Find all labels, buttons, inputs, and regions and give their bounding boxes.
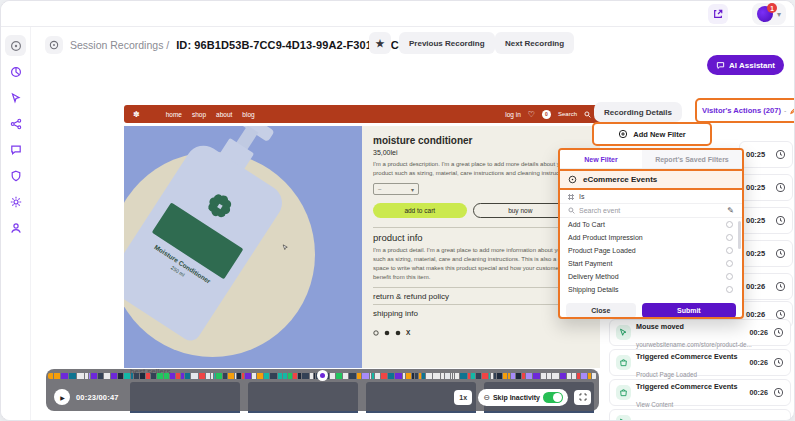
clock-icon[interactable] — [773, 387, 784, 398]
event-option[interactable]: Product Page Loaded — [560, 244, 742, 257]
section-return-policy[interactable]: return & refund policy + — [373, 288, 589, 304]
action-title: Triggered eCommerce Events — [636, 382, 737, 391]
shopping-bag-icon — [616, 385, 631, 400]
ai-assistant-label: AI Assistant — [729, 61, 775, 70]
sidebar-item-dashboard[interactable] — [5, 61, 26, 82]
radio-unchecked[interactable] — [726, 234, 733, 241]
play-pause-button[interactable]: ▶ — [54, 389, 70, 405]
event-option-label: Add Product Impression — [568, 234, 643, 241]
nav-link-shop: shop — [192, 111, 206, 118]
action-title: Triggered eCommerce Events — [636, 352, 737, 361]
event-option[interactable]: Delivery Method — [560, 270, 742, 283]
share-button[interactable] — [708, 4, 728, 24]
action-row-stub[interactable]: 00:25 — [739, 240, 793, 267]
skip-inactivity-label: Skip Inactivity — [493, 394, 540, 401]
sidebar-item-settings[interactable] — [5, 191, 26, 212]
cursor-icon — [616, 325, 631, 340]
action-row-mouse-moved[interactable]: Mouse movedyourwebsitename.com/store/pro… — [609, 319, 791, 346]
playhead-handle[interactable] — [317, 370, 328, 381]
sidebar-item-recordings[interactable] — [5, 35, 26, 56]
pencil-icon[interactable]: ✎ — [727, 206, 734, 215]
operator-label: Is — [579, 193, 584, 200]
add-to-cart-button[interactable]: add to cart — [373, 203, 467, 218]
action-time: 00:25 — [746, 183, 765, 192]
top-bar: 1 ▾ — [1, 1, 794, 27]
sidebar-item-profile[interactable] — [5, 217, 26, 238]
clock-icon[interactable] — [775, 215, 786, 226]
event-option[interactable]: Add To Cart — [560, 218, 742, 231]
action-time: 00:25 — [746, 150, 765, 159]
sidebar-item-events[interactable] — [5, 139, 26, 160]
tab-new-filter[interactable]: New Filter — [560, 150, 642, 168]
event-option[interactable]: Shipping Details — [560, 283, 742, 296]
clock-icon[interactable] — [775, 182, 786, 193]
tab-saved-filters[interactable]: Report's Saved Filters — [642, 150, 742, 168]
action-row-stub[interactable]: 00:25 — [739, 174, 793, 201]
playback-speed-button[interactable]: 1x — [454, 390, 472, 405]
shield-icon — [10, 170, 22, 182]
back-icon[interactable] — [45, 36, 63, 54]
add-new-filter-button[interactable]: Add New Filter — [592, 122, 712, 146]
action-row-stub[interactable]: 00:25 — [739, 141, 793, 168]
event-option[interactable]: Agree To Terms — [560, 296, 742, 299]
close-button[interactable]: Close — [566, 303, 636, 318]
previous-recording-button[interactable]: Previous Recording — [399, 32, 495, 54]
drag-handle-icon — [568, 194, 574, 200]
clock-icon[interactable] — [775, 149, 786, 160]
clock-icon[interactable] — [775, 281, 786, 292]
replay-viewport: ✽ home shop about blog log in ♡ 0 Search — [121, 101, 603, 413]
social-icon-x: X — [406, 329, 410, 336]
next-recording-button[interactable]: Next Recording — [495, 32, 574, 54]
favorite-button[interactable]: ★ — [369, 32, 391, 54]
action-row-ecommerce-event[interactable]: Triggered eCommerce EventsView Content 0… — [609, 379, 791, 406]
action-row-ecommerce-event[interactable]: Triggered eCommerce EventsProduct Page L… — [609, 349, 791, 376]
account-menu[interactable]: 1 ▾ — [752, 3, 786, 25]
scrollbar[interactable] — [738, 221, 741, 249]
heatmap-cursor-icon — [10, 92, 22, 104]
action-row-stub[interactable]: 00:25 — [739, 207, 793, 234]
event-type-label: eCommerce Events — [583, 175, 657, 184]
skip-inactivity-toggle[interactable] — [543, 392, 563, 403]
sidebar-item-security[interactable] — [5, 165, 26, 186]
submit-button[interactable]: Submit — [642, 303, 736, 318]
section-label: return & refund policy — [373, 292, 449, 301]
section-product-info[interactable]: product info – — [373, 228, 589, 246]
clock-icon[interactable] — [773, 327, 784, 338]
playback-time: 00:23/00:47 — [76, 393, 119, 402]
cart-icon: 0 — [542, 110, 551, 119]
action-time: 00:26 — [746, 310, 765, 319]
site-nav-links: home shop about blog — [166, 111, 255, 118]
event-option-label: Shipping Details — [568, 286, 619, 293]
buy-now-button[interactable]: buy now — [473, 203, 569, 218]
event-search-input[interactable]: Search event ✎ — [560, 204, 742, 218]
event-option[interactable]: Add Product Impression — [560, 231, 742, 244]
fullscreen-button[interactable] — [574, 390, 591, 405]
event-option[interactable]: Start Payment — [560, 257, 742, 270]
session-recordings-icon — [10, 40, 22, 52]
sidebar-item-heatmaps[interactable] — [5, 87, 26, 108]
visitors-actions-label: Visitor's Actions (207) — [702, 106, 781, 115]
quantity-select[interactable]: –▾ — [373, 183, 419, 195]
radio-unchecked[interactable] — [726, 273, 733, 280]
skip-inactivity-control[interactable]: ⊖ Skip Inactivity — [478, 389, 568, 406]
action-row-mouse-moved[interactable]: Mouse moved — [609, 409, 791, 421]
section-shipping-info[interactable]: shipping info + — [373, 305, 589, 321]
new-filter-panel: New Filter Report's Saved Filters eComme… — [558, 148, 744, 319]
sidebar-item-funnels[interactable] — [5, 113, 26, 134]
tab-visitors-actions[interactable]: Visitor's Actions (207) - 4 — [695, 98, 795, 123]
clock-icon[interactable] — [775, 248, 786, 259]
action-time: 00:25 — [746, 249, 765, 258]
tab-recording-details[interactable]: Recording Details — [594, 102, 682, 122]
replayed-site-navbar: ✽ home shop about blog log in ♡ 0 Search — [124, 105, 600, 123]
social-icon-2 — [384, 330, 390, 336]
action-row-stub[interactable]: 00:26 — [739, 273, 793, 300]
operator-row[interactable]: Is — [560, 190, 742, 204]
radio-unchecked[interactable] — [726, 247, 733, 254]
event-type-selector[interactable]: eCommerce Events — [560, 169, 742, 190]
radio-unchecked[interactable] — [726, 286, 733, 293]
action-time: 00:26 — [746, 282, 765, 291]
radio-unchecked[interactable] — [726, 221, 733, 228]
clock-icon[interactable] — [773, 357, 784, 368]
ai-assistant-button[interactable]: AI Assistant — [707, 55, 784, 75]
radio-unchecked[interactable] — [726, 260, 733, 267]
